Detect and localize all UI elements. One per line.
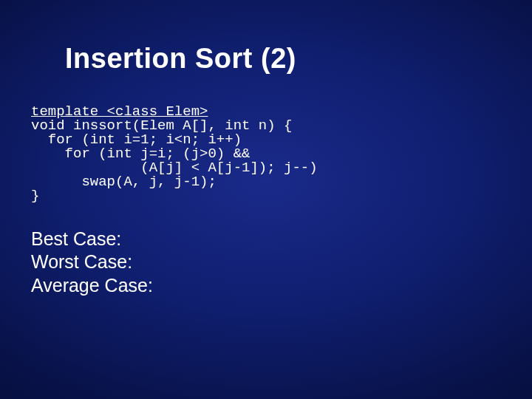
code-line-7: } [31,188,39,204]
code-line-6: swap(A, j, j-1); [31,174,216,190]
best-case-label: Best Case: [31,228,153,250]
average-case-label: Average Case: [31,274,153,297]
code-block: template <class Elem> void inssort(Elem … [31,105,318,203]
slide-title: Insertion Sort (2) [65,43,296,75]
worst-case-label: Worst Case: [31,250,153,273]
analysis-block: Best Case: Worst Case: Average Case: [31,228,153,297]
